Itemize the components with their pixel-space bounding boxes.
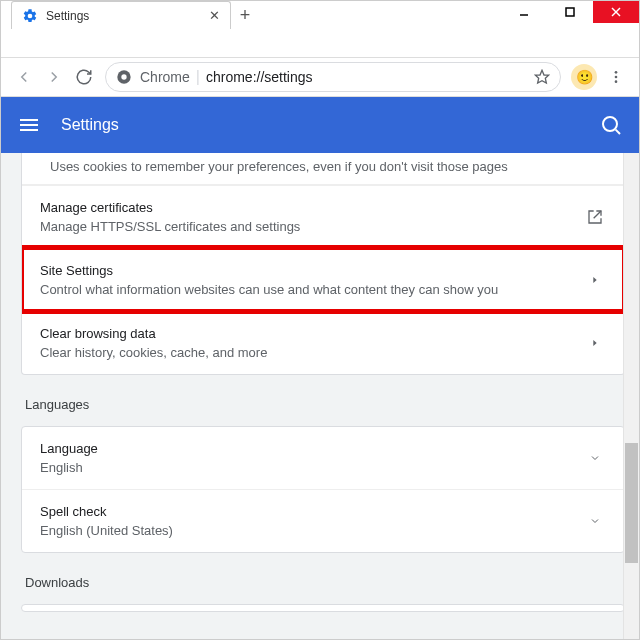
url-scheme: Chrome	[140, 69, 190, 85]
cookies-row-subtitle-cutoff: Uses cookies to remember your preference…	[22, 153, 624, 185]
languages-section-header: Languages	[25, 397, 625, 412]
chevron-right-icon	[584, 275, 606, 285]
vertical-scrollbar[interactable]	[623, 153, 639, 640]
chevron-down-icon	[584, 515, 606, 527]
row-title: Manage certificates	[40, 200, 584, 215]
tab-title: Settings	[46, 9, 209, 23]
menu-icon[interactable]	[17, 113, 41, 137]
site-settings-row[interactable]: Site Settings Control what information w…	[22, 248, 624, 311]
url-separator: |	[196, 68, 200, 86]
gear-icon	[22, 8, 38, 24]
url-text: chrome://settings	[206, 69, 313, 85]
window-minimize-button[interactable]	[501, 1, 547, 23]
languages-card: Language English Spell check English (Un…	[21, 426, 625, 553]
row-subtitle: English (United States)	[40, 523, 584, 538]
row-title: Site Settings	[40, 263, 584, 278]
svg-point-13	[603, 117, 617, 131]
svg-point-7	[615, 71, 618, 74]
svg-marker-15	[593, 277, 596, 283]
downloads-section-header: Downloads	[25, 575, 625, 590]
settings-appbar: Settings	[1, 97, 639, 153]
manage-certificates-row[interactable]: Manage certificates Manage HTTPS/SSL cer…	[22, 185, 624, 248]
svg-rect-10	[20, 119, 38, 121]
svg-point-8	[615, 76, 618, 79]
browser-menu-button[interactable]	[601, 62, 631, 92]
scrollbar-thumb[interactable]	[625, 443, 638, 563]
svg-rect-11	[20, 124, 38, 126]
downloads-card-cutoff	[21, 604, 625, 612]
svg-marker-16	[593, 340, 596, 346]
tab-close-icon[interactable]: ✕	[209, 8, 220, 23]
svg-point-5	[121, 74, 126, 79]
window-maximize-button[interactable]	[547, 1, 593, 23]
tabstrip: Settings ✕ +	[1, 1, 499, 29]
browser-toolbar: Chrome | chrome://settings 🙂	[1, 57, 639, 97]
row-title: Language	[40, 441, 584, 456]
window-close-button[interactable]	[593, 1, 639, 23]
row-subtitle: Manage HTTPS/SSL certificates and settin…	[40, 219, 584, 234]
row-title: Spell check	[40, 504, 584, 519]
external-link-icon	[584, 209, 606, 225]
browser-tab-settings[interactable]: Settings ✕	[11, 1, 231, 29]
row-title: Clear browsing data	[40, 326, 584, 341]
search-icon[interactable]	[599, 113, 623, 137]
svg-marker-6	[535, 70, 548, 83]
appbar-title: Settings	[61, 116, 599, 134]
profile-avatar[interactable]: 🙂	[571, 64, 597, 90]
address-bar[interactable]: Chrome | chrome://settings	[105, 62, 561, 92]
language-row[interactable]: Language English	[22, 427, 624, 489]
forward-button[interactable]	[39, 62, 69, 92]
chrome-icon	[116, 69, 132, 85]
privacy-card: Uses cookies to remember your preference…	[21, 153, 625, 375]
chevron-right-icon	[584, 338, 606, 348]
reload-button[interactable]	[69, 62, 99, 92]
svg-point-9	[615, 80, 618, 83]
chevron-down-icon	[584, 452, 606, 464]
row-subtitle: English	[40, 460, 584, 475]
row-subtitle: Control what information websites can us…	[40, 282, 584, 297]
row-subtitle: Clear history, cookies, cache, and more	[40, 345, 584, 360]
svg-line-14	[616, 130, 620, 134]
svg-rect-12	[20, 129, 38, 131]
settings-content: Uses cookies to remember your preference…	[1, 153, 639, 640]
svg-rect-1	[566, 8, 574, 16]
clear-browsing-data-row[interactable]: Clear browsing data Clear history, cooki…	[22, 311, 624, 374]
spell-check-row[interactable]: Spell check English (United States)	[22, 489, 624, 552]
bookmark-star-icon[interactable]	[534, 69, 550, 85]
back-button[interactable]	[9, 62, 39, 92]
new-tab-button[interactable]: +	[231, 1, 259, 29]
